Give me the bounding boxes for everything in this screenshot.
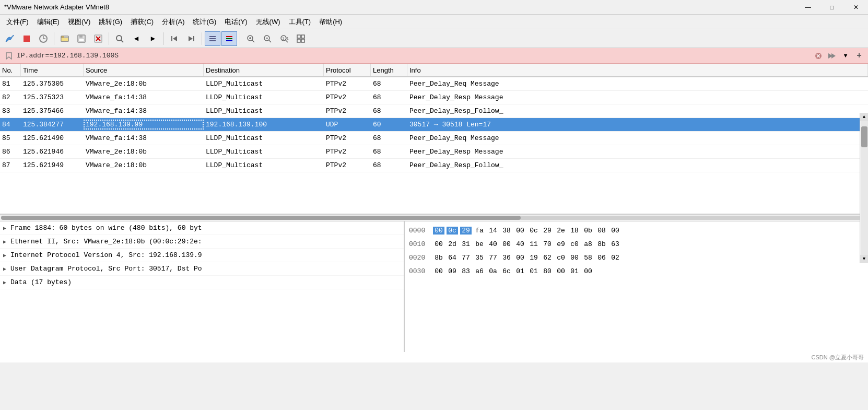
hex-byte[interactable]: 0c (447, 227, 458, 235)
scroll-up-button[interactable]: ▲ (860, 113, 869, 121)
menu-wireless[interactable]: 无线(W) (252, 16, 285, 28)
zoom-in-button[interactable] (243, 31, 259, 46)
table-row[interactable]: 85125.621490VMware_fa:14:38LLDP_Multicas… (0, 132, 868, 145)
hex-byte[interactable]: 29 (460, 227, 472, 235)
filter-input[interactable] (17, 50, 811, 62)
hex-byte[interactable]: 77 (460, 254, 472, 262)
hex-byte[interactable]: 00 (433, 267, 444, 275)
filter-add-button[interactable]: + (853, 50, 865, 62)
hex-byte[interactable]: 19 (528, 254, 539, 262)
hex-byte[interactable]: 63 (609, 240, 621, 248)
open-file-button[interactable] (57, 31, 73, 46)
go-first-button[interactable] (167, 31, 182, 46)
menu-view[interactable]: 视图(V) (64, 16, 95, 28)
menu-capture[interactable]: 捕获(C) (126, 16, 158, 28)
hex-byte[interactable]: a8 (582, 240, 594, 248)
hex-byte[interactable]: 29 (542, 227, 553, 235)
hex-byte[interactable]: 00 (514, 254, 526, 262)
scroll-down-button[interactable]: ▼ (860, 255, 869, 263)
stop-capture-button[interactable] (19, 31, 34, 46)
maximize-button[interactable]: □ (820, 0, 844, 15)
hex-byte[interactable]: 0b (582, 227, 594, 235)
table-row[interactable]: 87125.621949VMware_2e:18:0bLLDP_Multicas… (0, 159, 868, 172)
hex-byte[interactable]: c0 (555, 254, 567, 262)
start-capture-button[interactable] (2, 31, 18, 46)
h-scroll-track[interactable] (1, 216, 867, 220)
hex-byte[interactable]: 70 (542, 240, 553, 248)
hex-byte[interactable]: 2d (447, 240, 458, 248)
prev-packet-button[interactable]: ◀ (128, 31, 144, 46)
hex-byte[interactable]: 2e (555, 227, 567, 235)
hex-byte[interactable]: be (474, 240, 485, 248)
zoom-reset-button[interactable]: 1:1 (276, 31, 292, 46)
close-button[interactable]: ✕ (844, 0, 868, 15)
menu-edit[interactable]: 编辑(E) (33, 16, 64, 28)
column-header-length[interactable]: Length (371, 64, 407, 76)
hex-byte[interactable]: 11 (528, 240, 539, 248)
table-row[interactable]: 84125.384277192.168.139.99192.168.139.10… (0, 118, 868, 132)
zoom-out-button[interactable] (260, 31, 275, 46)
hex-byte[interactable]: 8b (433, 254, 444, 262)
column-header-destination[interactable]: Destination (204, 64, 324, 76)
minimize-button[interactable]: — (796, 0, 820, 15)
menu-go[interactable]: 跳转(G) (95, 16, 126, 28)
vertical-scrollbar[interactable]: ▲ ▼ (860, 113, 868, 263)
column-header-info[interactable]: Info (407, 64, 868, 76)
detail-row[interactable]: ▶User Datagram Protocol, Src Port: 30517… (0, 262, 404, 276)
menu-tools[interactable]: 工具(T) (285, 16, 315, 28)
hex-byte[interactable]: e9 (555, 240, 567, 248)
column-header-time[interactable]: Time (21, 64, 84, 76)
scroll-thumb[interactable] (861, 126, 867, 147)
expand-icon[interactable]: ▶ (3, 225, 10, 231)
hex-byte[interactable]: 00 (582, 267, 594, 275)
hex-byte[interactable]: 0c (528, 227, 539, 235)
filter-dropdown-button[interactable]: ▼ (840, 50, 851, 62)
hex-byte[interactable]: 58 (582, 254, 594, 262)
hex-byte[interactable]: a6 (474, 267, 485, 275)
expand-icon[interactable]: ▶ (3, 266, 10, 272)
menu-file[interactable]: 文件(F) (2, 16, 33, 28)
find-packet-button[interactable] (112, 31, 127, 46)
expand-icon[interactable]: ▶ (3, 239, 10, 245)
h-scroll-thumb[interactable] (1, 216, 521, 220)
table-row[interactable]: 81125.375305VMware_2e:18:0bLLDP_Multicas… (0, 77, 868, 91)
column-header-no[interactable]: No. (0, 64, 21, 76)
hex-byte[interactable]: 14 (487, 227, 499, 235)
hex-byte[interactable]: 00 (555, 267, 567, 275)
hex-byte[interactable]: 35 (474, 254, 485, 262)
filter-bookmark-button[interactable] (3, 50, 15, 62)
hex-byte[interactable]: 00 (433, 227, 444, 235)
hex-byte[interactable]: 06 (596, 254, 607, 262)
filter-apply-arrow[interactable] (826, 50, 838, 62)
layout-button[interactable] (293, 31, 309, 46)
hex-byte[interactable]: 77 (487, 254, 499, 262)
hex-byte[interactable]: 00 (609, 227, 621, 235)
hex-byte[interactable]: 31 (460, 240, 472, 248)
restart-capture-button[interactable] (36, 31, 51, 46)
hex-byte[interactable]: 02 (609, 254, 621, 262)
hex-byte[interactable]: 08 (596, 227, 607, 235)
filter-clear-button[interactable] (813, 50, 824, 62)
colorize-button[interactable] (221, 31, 237, 46)
expand-icon[interactable]: ▶ (3, 252, 10, 259)
hex-byte[interactable]: 38 (501, 227, 512, 235)
menu-statistics[interactable]: 统计(G) (189, 16, 220, 28)
hex-byte[interactable]: 00 (569, 254, 580, 262)
autoscroll-button[interactable] (205, 31, 220, 46)
menu-help[interactable]: 帮助(H) (315, 16, 346, 28)
hex-byte[interactable]: 64 (447, 254, 458, 262)
hex-byte[interactable]: c0 (569, 240, 580, 248)
detail-row[interactable]: ▶Data (17 bytes) (0, 276, 404, 289)
hex-byte[interactable]: 83 (460, 267, 472, 275)
hex-byte[interactable]: 40 (514, 240, 526, 248)
hex-byte[interactable]: 0a (487, 267, 499, 275)
hex-byte[interactable]: 40 (487, 240, 499, 248)
hex-byte[interactable]: 00 (514, 227, 526, 235)
close-file-button[interactable] (90, 31, 106, 46)
menu-analyze[interactable]: 分析(A) (158, 16, 189, 28)
hex-byte[interactable]: 18 (569, 227, 580, 235)
hex-byte[interactable]: 00 (501, 240, 512, 248)
hex-byte[interactable]: fa (474, 227, 485, 235)
hex-byte[interactable]: 09 (447, 267, 458, 275)
column-header-source[interactable]: Source (84, 64, 204, 76)
